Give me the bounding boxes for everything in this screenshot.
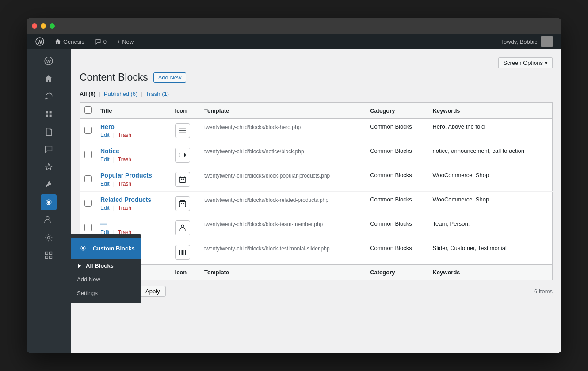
svg-rect-12 xyxy=(50,252,52,255)
sidebar-item-dashboard[interactable] xyxy=(41,71,57,87)
submenu-title: Custom Blocks xyxy=(93,245,135,252)
row-icon-cell-related-products xyxy=(171,192,200,216)
row-keywords-notice: notice, announcement, call to action xyxy=(432,148,524,154)
filter-all[interactable]: All (6) xyxy=(80,91,97,97)
sidebar-item-grid[interactable] xyxy=(41,247,57,263)
footer-keywords[interactable]: Keywords xyxy=(428,265,552,280)
titlebar xyxy=(27,18,561,34)
select-all-checkbox[interactable] xyxy=(84,106,92,114)
row-category-popular-products: Common Blocks xyxy=(370,172,412,178)
content-blocks-table: Title Icon Template Category Keywords He… xyxy=(80,102,553,280)
add-new-button[interactable]: Add New xyxy=(153,72,187,83)
header-title[interactable]: Title xyxy=(96,103,171,119)
maximize-button[interactable] xyxy=(50,23,55,29)
row-select-related-products[interactable] xyxy=(84,200,92,207)
row-select-notice[interactable] xyxy=(84,151,92,158)
table-row: Hero Edit | Trash twentytwenty-child/blo… xyxy=(80,119,553,143)
wp-icon: W xyxy=(35,37,44,46)
svg-point-23 xyxy=(181,225,184,227)
table-row: Popular Products Edit | Trash twentytwen… xyxy=(80,167,553,192)
row-template-cell-hero: twentytwenty-child/blocks/block-hero.php xyxy=(200,119,366,143)
footer-template[interactable]: Template xyxy=(200,265,366,280)
row-trash-popular-products[interactable]: Trash xyxy=(118,181,131,187)
row-icon-testimonial-slider xyxy=(175,245,190,260)
header-keywords[interactable]: Keywords xyxy=(428,103,552,119)
table-row: Notice Edit | Trash twentytwenty-child/b… xyxy=(80,143,553,167)
row-edit-related-products[interactable]: Edit xyxy=(100,205,110,211)
svg-rect-28 xyxy=(185,250,186,255)
minimize-button[interactable] xyxy=(41,23,46,29)
row-trash-notice[interactable]: Trash xyxy=(118,156,131,163)
row-template-popular-products: twentytwenty-child/blocks/block-popular-… xyxy=(204,173,330,179)
wp-logo-button[interactable]: W xyxy=(30,34,50,49)
row-keywords-related-products: WooCommerce, Shop xyxy=(432,196,489,203)
comments-link[interactable]: 0 xyxy=(90,34,112,49)
row-edit-notice[interactable]: Edit xyxy=(100,156,110,163)
footer-category[interactable]: Category xyxy=(366,265,428,280)
row-keywords-cell-notice: notice, announcement, call to action xyxy=(428,143,552,167)
site-name-link[interactable]: Genesis xyxy=(50,34,90,49)
row-trash-related-products[interactable]: Trash xyxy=(118,205,131,211)
row-edit-popular-products[interactable]: Edit xyxy=(100,181,110,187)
sidebar-item-settings[interactable] xyxy=(41,230,57,246)
pages-icon xyxy=(44,127,53,136)
sidebar-item-wp[interactable]: W xyxy=(41,53,57,69)
submenu-item-add-new[interactable]: Add New xyxy=(71,273,141,286)
table-header-row: Title Icon Template Category Keywords xyxy=(80,103,553,119)
screen-options-button[interactable]: Screen Options ▾ xyxy=(498,57,553,68)
row-template-cell-testimonial-slider: twentytwenty-child/blocks/block-testimon… xyxy=(200,240,366,265)
row-checkbox-related-products xyxy=(80,192,96,216)
row-select-team-member[interactable] xyxy=(84,224,92,231)
row-title-link-popular-products[interactable]: Popular Products xyxy=(100,172,152,179)
comments-icon xyxy=(95,38,101,45)
howdy-label: Howdy, Bobbie xyxy=(500,38,538,45)
sidebar-item-custom-blocks[interactable] xyxy=(41,194,57,210)
row-title-link-notice[interactable]: Notice xyxy=(100,148,119,155)
row-category-hero: Common Blocks xyxy=(370,123,412,130)
sidebar-item-comments[interactable] xyxy=(41,141,57,157)
row-title-cell-notice: Notice Edit | Trash xyxy=(96,143,171,167)
filter-published-count: (6) xyxy=(131,91,138,97)
sidebar-item-pages[interactable] xyxy=(41,124,57,140)
filter-trash-count: (1) xyxy=(162,91,169,97)
row-title-cell-related-products: Related Products Edit | Trash xyxy=(96,192,171,216)
row-keywords-cell-team-member: Team, Person, xyxy=(428,216,552,240)
row-category-notice: Common Blocks xyxy=(370,148,412,154)
row-title-link-hero[interactable]: Hero xyxy=(100,123,115,130)
row-category-cell-team-member: Common Blocks xyxy=(366,216,428,240)
close-button[interactable] xyxy=(32,23,37,29)
apply-button[interactable]: Apply xyxy=(140,286,166,297)
header-icon[interactable]: Icon xyxy=(171,103,200,119)
submenu-item-all-blocks[interactable]: All Blocks xyxy=(71,259,141,273)
sidebar-item-genesis[interactable] xyxy=(41,159,57,175)
filter-trash[interactable]: Trash (1) xyxy=(146,91,169,97)
header-category[interactable]: Category xyxy=(366,103,428,119)
footer-icon[interactable]: Icon xyxy=(171,265,200,280)
row-icon-cell-team-member xyxy=(171,216,200,240)
svg-rect-18 xyxy=(179,130,186,131)
filter-published[interactable]: Published (6) xyxy=(104,91,139,97)
row-keywords-cell-related-products: WooCommerce, Shop xyxy=(428,192,552,216)
submenu-item-settings[interactable]: Settings xyxy=(71,286,141,300)
row-title-link-team-member[interactable]: — xyxy=(100,220,107,227)
row-title-link-related-products[interactable]: Related Products xyxy=(100,196,151,203)
sidebar-item-wrench[interactable] xyxy=(41,177,57,193)
row-edit-hero[interactable]: Edit xyxy=(100,132,110,138)
sidebar-item-tools[interactable] xyxy=(41,88,57,104)
svg-text:W: W xyxy=(46,59,51,64)
row-icon-related-products xyxy=(175,196,190,211)
row-template-hero: twentytwenty-child/blocks/block-hero.php xyxy=(204,124,301,130)
row-select-popular-products[interactable] xyxy=(84,175,92,182)
header-template[interactable]: Template xyxy=(200,103,366,119)
svg-rect-4 xyxy=(46,111,48,113)
submenu-blocks-icon xyxy=(80,246,86,251)
sidebar-item-plugins[interactable] xyxy=(41,106,57,122)
row-trash-hero[interactable]: Trash xyxy=(118,132,131,138)
avatar xyxy=(541,36,553,47)
row-category-team-member: Common Blocks xyxy=(370,220,412,227)
row-select-hero[interactable] xyxy=(84,127,92,134)
table-body: Hero Edit | Trash twentytwenty-child/blo… xyxy=(80,119,553,265)
sidebar-item-users[interactable] xyxy=(41,212,57,228)
new-content-link[interactable]: + New xyxy=(112,34,139,49)
row-template-testimonial-slider: twentytwenty-child/blocks/block-testimon… xyxy=(204,246,329,252)
